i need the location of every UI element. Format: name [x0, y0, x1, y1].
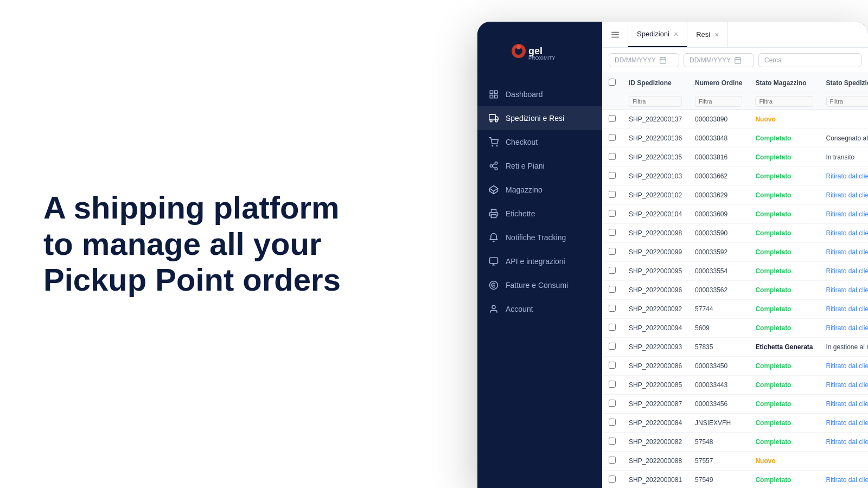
row-checkbox[interactable] [609, 172, 616, 179]
date-input-1[interactable]: DD/MM/YYYY [609, 53, 679, 67]
table-row[interactable]: SHP_2022000102000033629CompletatoRitirat… [602, 186, 868, 205]
cell-magazzino: Completato [749, 148, 819, 167]
account-icon [488, 304, 499, 314]
sidebar-item-reti[interactable]: Reti e Piani [477, 154, 602, 178]
row-checkbox[interactable] [609, 229, 616, 236]
row-checkbox[interactable] [609, 191, 616, 198]
filters-row: DD/MM/YYYY DD/MM/YYYY Cerca [602, 48, 868, 73]
search-input[interactable]: Cerca [758, 53, 861, 67]
sidebar-item-magazzino[interactable]: Magazzino [477, 178, 602, 202]
sidebar-item-dashboard-label: Dashboard [506, 90, 543, 99]
sidebar-item-account[interactable]: Account [477, 297, 602, 321]
cell-magazzino: Completato [749, 376, 819, 395]
table-row[interactable]: SHP_2022000099000033592CompletatoRitirat… [602, 243, 868, 262]
sidebar-item-spedizioni[interactable]: Spedizioni e Resi [477, 106, 602, 130]
cell-magazzino: Completato [749, 395, 819, 414]
svg-rect-22 [492, 215, 496, 218]
row-checkbox[interactable] [609, 400, 616, 407]
table-row[interactable]: SHP_2022000085000033443CompletatoRitirat… [602, 376, 868, 395]
row-checkbox[interactable] [609, 457, 616, 464]
row-checkbox[interactable] [609, 362, 616, 369]
cell-id: SHP_2022000135 [622, 148, 688, 167]
row-checkbox[interactable] [609, 153, 616, 160]
share-icon [488, 160, 499, 171]
row-checkbox[interactable] [609, 210, 616, 217]
select-all-header[interactable] [602, 73, 622, 93]
hero-text: A shipping platform to manage all your P… [43, 190, 341, 298]
row-checkbox[interactable] [609, 305, 616, 312]
row-checkbox[interactable] [609, 438, 616, 445]
table-row[interactable]: SHP_2022000135000033816CompletatoIn tran… [602, 148, 868, 167]
sidebar-item-api[interactable]: API e integrazioni [477, 249, 602, 273]
table-row[interactable]: SHP_2022000096000033562CompletatoRitirat… [602, 281, 868, 300]
cell-spedizione: Ritirato dal cliente [820, 376, 869, 395]
row-checkbox[interactable] [609, 419, 616, 426]
svg-rect-8 [495, 95, 497, 98]
cell-magazzino: Completato [749, 300, 819, 319]
row-checkbox[interactable] [609, 115, 616, 122]
table-row[interactable]: SHP_2022000087000033456CompletatoRitirat… [602, 395, 868, 414]
table-row[interactable]: SHP_2022000137000033890Nuovo [602, 110, 868, 129]
tab-resi-close[interactable]: × [714, 31, 719, 38]
table-row[interactable]: SHP_20220000945609CompletatoRitirato dal… [602, 319, 868, 338]
svg-rect-23 [490, 258, 498, 264]
table-row[interactable]: SHP_202200009257744CompletatoRitirato da… [602, 300, 868, 319]
cell-ordine: JNSIEXVFH [688, 414, 749, 433]
cell-ordine: 000033629 [688, 186, 749, 205]
cell-spedizione: Ritirato dal cliente [820, 262, 869, 281]
cell-spedizione: Ritirato dal cliente [820, 414, 869, 433]
row-checkbox[interactable] [609, 381, 616, 388]
row-checkbox[interactable] [609, 343, 616, 350]
cell-spedizione: Ritirato dal cliente [820, 186, 869, 205]
table-row[interactable]: SHP_2022000136000033848CompletatoConsegn… [602, 129, 868, 148]
row-checkbox[interactable] [609, 248, 616, 255]
tab-spedizioni-close[interactable]: × [674, 30, 678, 38]
cell-ordine: 57835 [688, 338, 749, 357]
tab-resi[interactable]: Resi × [687, 22, 728, 47]
filter-magazzino[interactable] [755, 96, 813, 107]
sidebar-item-dashboard[interactable]: Dashboard [477, 82, 602, 106]
sidebar-item-notifiche[interactable]: Notifiche Tracking [477, 226, 602, 249]
table-row[interactable]: SHP_202200008257548CompletatoRitirato da… [602, 433, 868, 452]
table-row[interactable]: SHP_2022000104000033609CompletatoRitirat… [602, 205, 868, 224]
cell-magazzino: Completato [749, 262, 819, 281]
svg-rect-32 [660, 57, 666, 63]
table-row[interactable]: SHP_202200009357835Etichetta GenerataIn … [602, 338, 868, 357]
select-all-checkbox[interactable] [609, 79, 616, 86]
row-checkbox[interactable] [609, 267, 616, 274]
sidebar-item-checkout[interactable]: Checkout [477, 130, 602, 154]
cell-ordine: 000033456 [688, 395, 749, 414]
search-placeholder: Cerca [764, 56, 782, 64]
table-row[interactable]: SHP_2022000084JNSIEXVFHCompletatoRitirat… [602, 414, 868, 433]
cell-spedizione: Ritirato dal cliente [820, 300, 869, 319]
bell-icon [488, 232, 499, 243]
sidebar-item-fatture[interactable]: Fatture e Consumi [477, 273, 602, 297]
svg-point-11 [490, 120, 492, 122]
cell-ordine: 000033890 [688, 110, 749, 129]
tab-spedizioni[interactable]: Spedizioni × [628, 22, 687, 47]
table-row[interactable]: SHP_2022000103000033662CompletatoRitirat… [602, 167, 868, 186]
table-row[interactable]: SHP_2022000086000033450CompletatoRitirat… [602, 357, 868, 376]
sidebar-item-checkout-label: Checkout [506, 138, 538, 146]
svg-line-18 [492, 166, 495, 168]
row-checkbox[interactable] [609, 134, 616, 141]
table-row[interactable]: SHP_202200008157549CompletatoRitirato da… [602, 471, 868, 489]
row-checkbox[interactable] [609, 476, 616, 483]
sidebar-item-etichette[interactable]: Etichette [477, 202, 602, 226]
cell-ordine: 000033592 [688, 243, 749, 262]
table-row[interactable]: SHP_2022000098000033590CompletatoRitirat… [602, 224, 868, 243]
cell-id: SHP_2022000137 [622, 110, 688, 129]
date-input-2[interactable]: DD/MM/YYYY [684, 53, 754, 67]
table-row[interactable]: SHP_2022000095000033554CompletatoRitirat… [602, 262, 868, 281]
filter-ordine[interactable] [695, 96, 742, 107]
cell-magazzino: Completato [749, 357, 819, 376]
row-checkbox[interactable] [609, 324, 616, 331]
table-row[interactable]: SHP_202200008857557Nuovo [602, 452, 868, 471]
cell-id: SHP_2022000084 [622, 414, 688, 433]
filter-id[interactable] [629, 96, 682, 107]
menu-icon-btn[interactable] [602, 22, 628, 48]
date-placeholder-2: DD/MM/YYYY [690, 56, 731, 64]
cell-id: SHP_2022000096 [622, 281, 688, 300]
row-checkbox[interactable] [609, 286, 616, 293]
filter-spedizione[interactable] [826, 96, 869, 107]
